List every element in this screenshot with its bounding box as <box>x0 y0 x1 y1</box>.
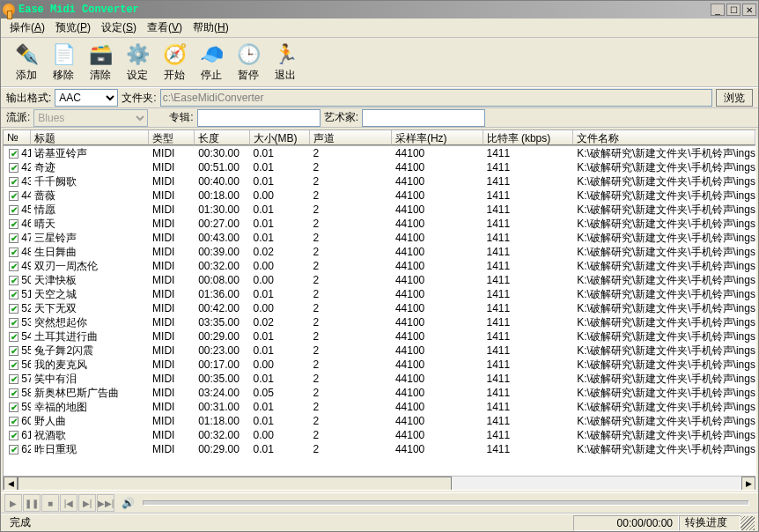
col-channels[interactable]: 声道 <box>310 130 392 145</box>
tool-label: 退出 <box>275 68 296 83</box>
row-checkbox[interactable]: ✔ <box>9 417 18 426</box>
prev-button[interactable]: |◀ <box>60 494 77 512</box>
row-checkbox[interactable]: ✔ <box>9 431 18 440</box>
col-no[interactable]: № <box>4 130 31 145</box>
volume-icon[interactable]: 🔊 <box>119 494 136 512</box>
row-checkbox[interactable]: ✔ <box>9 163 18 173</box>
table-row[interactable]: ✔ 55兔子舞2闪震MIDI00:23.000.012441001411K:\破… <box>4 344 755 358</box>
cell-type: MIDI <box>149 203 195 216</box>
menu-p[interactable]: 预览(P) <box>50 18 96 37</box>
cell-type: MIDI <box>149 232 195 244</box>
table-row[interactable]: ✔ 56我的麦克风MIDI00:17.000.002441001411K:\破解… <box>4 358 755 372</box>
tool-2[interactable]: 🗃️清除 <box>82 40 119 85</box>
row-checkbox[interactable]: ✔ <box>9 191 18 201</box>
table-row[interactable]: ✔ 43千千阙歌MIDI00:40.000.012441001411K:\破解研… <box>4 174 755 188</box>
scroll-right-icon[interactable]: ▶ <box>741 477 755 491</box>
pause-button[interactable]: ❚❚ <box>23 494 41 512</box>
menu-a[interactable]: 操作(A) <box>4 18 50 37</box>
col-title[interactable]: 标题 <box>31 130 149 145</box>
cell-size: 0.01 <box>250 288 310 300</box>
col-length[interactable]: 长度 <box>195 130 249 145</box>
menu-s[interactable]: 设定(S) <box>96 18 142 37</box>
table-row[interactable]: ✔ 61祝酒歌MIDI00:32.000.002441001411K:\破解研究… <box>4 428 755 442</box>
row-checkbox[interactable]: ✔ <box>9 219 18 229</box>
cell-bitrate: 1411 <box>483 302 574 314</box>
cell-title: 蔷薇 <box>31 188 149 203</box>
next-button[interactable]: ▶| <box>78 494 96 512</box>
grid-body[interactable]: ✔ 41诺基亚铃声MIDI00:30.000.012441001411K:\破解… <box>4 146 755 476</box>
scroll-left-icon[interactable]: ◀ <box>4 477 18 491</box>
table-row[interactable]: ✔ 53突然想起你MIDI03:35.000.022441001411K:\破解… <box>4 315 755 329</box>
row-checkbox[interactable]: ✔ <box>9 346 18 356</box>
row-checkbox[interactable]: ✔ <box>9 205 18 215</box>
format-select[interactable]: AAC <box>55 89 118 107</box>
table-row[interactable]: ✔ 44蔷薇MIDI00:18.000.002441001411K:\破解研究\… <box>4 188 755 203</box>
stop-button[interactable]: ■ <box>41 494 59 512</box>
table-row[interactable]: ✔ 45情愿MIDI01:30.000.012441001411K:\破解研究\… <box>4 203 755 217</box>
table-row[interactable]: ✔ 52天下无双MIDI00:42.000.002441001411K:\破解研… <box>4 301 755 315</box>
cell-bitrate: 1411 <box>483 161 574 174</box>
table-row[interactable]: ✔ 48生日舞曲MIDI00:39.000.022441001411K:\破解研… <box>4 245 755 259</box>
table-row[interactable]: ✔ 51天空之城MIDI01:36.000.012441001411K:\破解研… <box>4 287 755 301</box>
table-row[interactable]: ✔ 59幸福的地图MIDI00:31.000.012441001411K:\破解… <box>4 400 755 414</box>
row-checkbox[interactable]: ✔ <box>9 403 18 412</box>
cell-bitrate: 1411 <box>483 387 574 399</box>
table-row[interactable]: ✔ 46晴天MIDI00:27.000.012441001411K:\破解研究\… <box>4 217 755 231</box>
col-bitrate[interactable]: 比特率 (kbps) <box>483 130 574 145</box>
row-checkbox[interactable]: ✔ <box>9 248 18 257</box>
row-checkbox[interactable]: ✔ <box>9 374 18 384</box>
row-checkbox[interactable]: ✔ <box>9 388 18 398</box>
album-input[interactable] <box>197 109 321 127</box>
row-checkbox[interactable]: ✔ <box>9 290 18 299</box>
tool-7[interactable]: 🏃退出 <box>267 40 304 85</box>
tool-1[interactable]: 📄移除 <box>45 40 82 85</box>
tool-0[interactable]: ✒️添加 <box>8 40 45 85</box>
tool-6[interactable]: 🕒暂停 <box>230 40 267 85</box>
artist-input[interactable] <box>362 109 485 127</box>
row-checkbox[interactable]: ✔ <box>9 304 18 314</box>
col-size[interactable]: 大小(MB) <box>250 130 310 145</box>
table-row[interactable]: ✔ 54土耳其进行曲MIDI00:29.000.012441001411K:\破… <box>4 329 755 344</box>
scroll-thumb[interactable] <box>18 477 452 491</box>
tool-icon: 🧭 <box>162 42 187 67</box>
play-button[interactable]: ▶ <box>4 494 22 512</box>
table-row[interactable]: ✔ 60野人曲MIDI01:18.000.012441001411K:\破解研究… <box>4 414 755 428</box>
table-row[interactable]: ✔ 41诺基亚铃声MIDI00:30.000.012441001411K:\破解… <box>4 146 755 160</box>
row-checkbox[interactable]: ✔ <box>9 233 18 243</box>
cell-title: 我的麦克风 <box>31 358 149 373</box>
minimize-button[interactable]: _ <box>711 4 725 16</box>
row-checkbox[interactable]: ✔ <box>9 262 18 271</box>
row-checkbox[interactable]: ✔ <box>9 318 18 328</box>
folder-input[interactable] <box>160 89 712 107</box>
row-checkbox[interactable]: ✔ <box>9 149 18 159</box>
col-filename[interactable]: 文件名称 <box>573 130 755 145</box>
cell-size: 0.01 <box>250 330 310 343</box>
tool-4[interactable]: 🧭开始 <box>156 40 193 85</box>
close-button[interactable]: ✕ <box>742 4 756 16</box>
table-row[interactable]: ✔ 50天津快板MIDI00:08.000.002441001411K:\破解研… <box>4 273 755 287</box>
maximize-button[interactable]: ☐ <box>726 4 741 16</box>
cell-channels: 2 <box>310 415 392 427</box>
position-slider[interactable] <box>143 500 749 506</box>
browse-button[interactable]: 浏览 <box>716 89 753 107</box>
resize-grip-icon[interactable] <box>741 516 755 530</box>
tool-5[interactable]: 🧢停止 <box>193 40 230 85</box>
table-row[interactable]: ✔ 58新奥林巴斯广告曲MIDI03:24.000.052441001411K:… <box>4 386 755 400</box>
row-checkbox[interactable]: ✔ <box>9 360 18 370</box>
row-checkbox[interactable]: ✔ <box>9 445 18 454</box>
table-row[interactable]: ✔ 42奇迹MIDI00:51.000.012441001411K:\破解研究\… <box>4 160 755 174</box>
col-samplerate[interactable]: 采样率(Hz) <box>392 130 483 145</box>
tool-3[interactable]: ⚙️设定 <box>119 40 156 85</box>
last-button[interactable]: ▶▶| <box>97 494 114 512</box>
row-checkbox[interactable]: ✔ <box>9 177 18 187</box>
row-checkbox[interactable]: ✔ <box>9 276 18 285</box>
menu-h[interactable]: 帮助(H) <box>188 18 234 37</box>
horizontal-scrollbar[interactable]: ◀ ▶ <box>4 476 755 490</box>
menu-v[interactable]: 查看(V) <box>142 18 188 37</box>
row-checkbox[interactable]: ✔ <box>9 332 18 342</box>
table-row[interactable]: ✔ 62昨日重现MIDI00:29.000.012441001411K:\破解研… <box>4 442 755 456</box>
table-row[interactable]: ✔ 49双刃一周杰伦MIDI00:32.000.002441001411K:\破… <box>4 259 755 273</box>
table-row[interactable]: ✔ 57笑中有泪MIDI00:35.000.012441001411K:\破解研… <box>4 372 755 386</box>
col-type[interactable]: 类型 <box>149 130 195 145</box>
table-row[interactable]: ✔ 47三星铃声MIDI00:43.000.012441001411K:\破解研… <box>4 231 755 245</box>
